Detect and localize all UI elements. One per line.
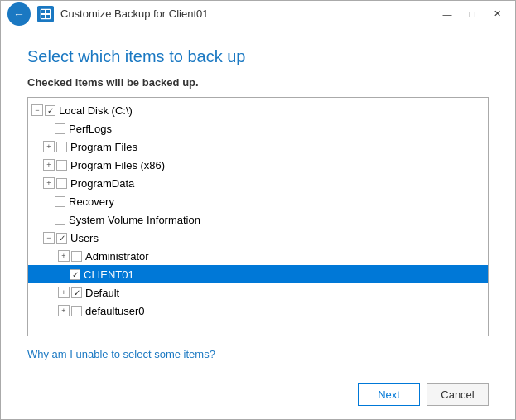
checkbox-program-files-x86[interactable] [56,160,67,171]
minimize-button[interactable]: — [436,4,459,24]
svg-rect-1 [41,10,45,13]
svg-rect-3 [41,15,45,18]
checkbox-system-volume[interactable] [55,215,65,225]
next-button[interactable]: Next [358,383,420,406]
item-label-client01: CLIENT01 [84,268,134,281]
expand-icon[interactable]: − [31,104,43,116]
window: ← Customize Backup for Client01 — □ ✕ Se… [0,0,516,420]
item-label-programdata: ProgramData [70,177,134,190]
cancel-button[interactable]: Cancel [427,383,489,406]
item-label-local-disk: Local Disk (C:\) [59,104,133,117]
title-bar-controls: — □ ✕ [436,4,509,24]
item-label-program-files: Program Files [70,141,137,153]
expand-icon[interactable]: + [58,305,70,316]
window-title: Customize Backup for Client01 [60,7,208,20]
tree-item-local-disk[interactable]: −Local Disk (C:\) [28,101,488,119]
tree-item-administrator[interactable]: +Administrator [28,247,488,265]
expand-icon[interactable]: + [43,177,55,189]
back-button[interactable]: ← [7,2,31,26]
title-bar: ← Customize Backup for Client01 — □ ✕ [1,1,515,27]
item-label-program-files-x86: Program Files (x86) [70,159,165,171]
tree-item-program-files[interactable]: +Program Files [28,138,488,156]
tree-item-perflogs[interactable]: PerfLogs [28,119,488,138]
tree-item-recovery[interactable]: Recovery [28,192,488,210]
tree-container[interactable]: −Local Disk (C:\)PerfLogs+Program Files+… [27,97,489,336]
expand-icon[interactable]: + [43,159,55,171]
checkbox-program-files[interactable] [56,142,67,152]
content-area: Select which items to back up Checked it… [1,27,515,374]
page-subtitle: Checked items will be backed up. [27,76,489,89]
maximize-button[interactable]: □ [461,4,484,24]
footer: Next Cancel [1,374,515,419]
tree-item-client01[interactable]: CLIENT01 [28,265,488,283]
tree-item-program-files-x86[interactable]: +Program Files (x86) [28,156,488,174]
expand-icon[interactable]: + [58,250,70,262]
checkbox-administrator[interactable] [71,251,82,262]
item-label-users: Users [70,232,99,244]
close-button[interactable]: ✕ [485,4,509,24]
checkbox-local-disk[interactable] [45,105,55,116]
tree-item-programdata[interactable]: +ProgramData [28,174,488,192]
checkbox-defaultuser0[interactable] [71,306,82,316]
checkbox-default[interactable] [71,287,82,298]
item-label-administrator: Administrator [85,250,149,263]
svg-rect-2 [46,10,50,13]
checkbox-recovery[interactable] [55,196,65,207]
item-label-system-volume: System Volume Information [69,214,200,226]
checkbox-perflogs[interactable] [55,123,65,134]
help-link[interactable]: Why am I unable to select some items? [27,348,489,360]
page-title: Select which items to back up [27,47,489,66]
tree-item-system-volume[interactable]: System Volume Information [28,210,488,229]
item-label-default: Default [85,287,119,299]
checkbox-client01[interactable] [70,269,80,280]
tree-item-default[interactable]: +Default [28,283,488,302]
checkbox-users[interactable] [56,233,67,244]
tree-item-defaultuser0[interactable]: +defaultuser0 [28,302,488,320]
item-label-defaultuser0: defaultuser0 [85,305,145,317]
item-label-perflogs: PerfLogs [69,123,112,135]
app-icon [37,6,54,22]
svg-rect-4 [46,15,50,18]
title-bar-left: ← Customize Backup for Client01 [7,2,208,26]
tree-item-users[interactable]: −Users [28,229,488,247]
item-label-recovery: Recovery [69,196,114,208]
expand-icon[interactable]: − [43,232,55,244]
expand-icon[interactable]: + [58,287,70,298]
expand-icon[interactable]: + [43,141,55,152]
checkbox-programdata[interactable] [56,178,67,189]
